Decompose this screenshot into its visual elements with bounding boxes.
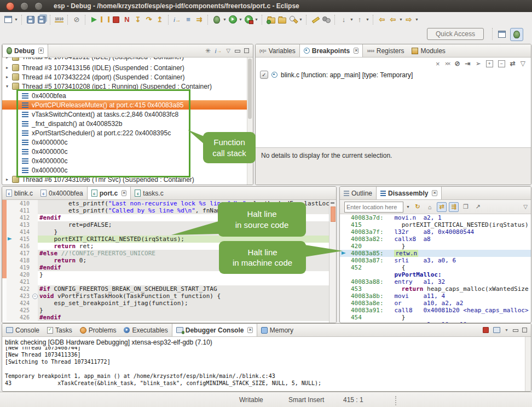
- quick-access-box[interactable]: Quick Access: [427, 28, 484, 40]
- maximize-icon[interactable]: [244, 48, 249, 53]
- save-button[interactable]: [25, 14, 36, 25]
- remove-breakpoint-icon[interactable]: ×: [436, 60, 440, 68]
- link-with-selection-icon[interactable]: ⇄: [510, 60, 516, 67]
- new-dropdown[interactable]: ▼: [14, 14, 19, 25]
- disassembly-line[interactable]: 452 {: [340, 264, 531, 271]
- minimize-icon[interactable]: [235, 48, 240, 53]
- disassembly-line[interactable]: 40083a85: retw.n: [340, 250, 531, 257]
- tab-tasks[interactable]: Tasks: [43, 324, 76, 336]
- close-icon[interactable]: ×: [247, 327, 252, 333]
- tab-memory[interactable]: Memory: [257, 324, 297, 336]
- use-step-filters-button[interactable]: ⇉: [194, 14, 205, 25]
- skip-all-breakpoints-icon[interactable]: ⊘: [455, 60, 460, 67]
- debug-scrollbar[interactable]: [247, 58, 253, 185]
- console-scrollbar[interactable]: [525, 337, 531, 391]
- view-menu-icon[interactable]: ▽: [521, 60, 525, 67]
- expander-icon[interactable]: ▸: [6, 74, 12, 79]
- source-line[interactable]: 424 esp_set_breakpoint_if_jtag(function)…: [2, 300, 329, 307]
- source-line[interactable]: 426#endif: [2, 314, 329, 321]
- disassembly-line[interactable]: pvPortMalloc:: [340, 271, 531, 278]
- tab-debug[interactable]: Debug ×: [2, 44, 48, 57]
- tab-breakpoints[interactable]: Breakpoints×: [299, 44, 363, 57]
- disassembly-line[interactable]: 40083a91: call8 0x40081b20 <heap_caps_ma…: [340, 307, 531, 314]
- tab-outline[interactable]: Outline: [340, 187, 376, 199]
- tab-0x4000bfea[interactable]: 0x4000bfea: [37, 187, 87, 199]
- pin-view-icon[interactable]: ↗: [473, 202, 483, 212]
- tab-modules[interactable]: Modules: [408, 44, 449, 57]
- close-icon[interactable]: ×: [432, 190, 437, 196]
- view-menu-icon[interactable]: ▽: [226, 48, 230, 54]
- disconnect-button[interactable]: N: [122, 14, 132, 25]
- source-line[interactable]: 421: [2, 278, 329, 285]
- new-wizard-button[interactable]: [3, 14, 14, 25]
- display-selected-console-icon[interactable]: [493, 327, 500, 333]
- view-menu-icon[interactable]: ▽: [523, 204, 531, 210]
- previous-annotation-button[interactable]: ↑: [354, 14, 365, 25]
- breakpoint-list-item[interactable]: ✓ blink.c [function: app_main] [type: Te…: [260, 71, 413, 79]
- maximize-icon[interactable]: [522, 328, 527, 333]
- overview-ruler[interactable]: [329, 200, 336, 323]
- tab-executables[interactable]: Executables: [120, 324, 171, 336]
- forward-dropdown[interactable]: ▼: [414, 14, 419, 25]
- open-element-button[interactable]: [276, 14, 287, 25]
- next-annotation-button[interactable]: ↓: [338, 14, 349, 25]
- external-tools-button[interactable]: [243, 14, 254, 25]
- stack-frame-row[interactable]: vTaskSwitchContext() at tasks.c:2,846 0x…: [2, 110, 247, 119]
- window-maximize-button[interactable]: [34, 2, 43, 10]
- remove-all-breakpoints-icon[interactable]: ××: [445, 60, 450, 67]
- next-annotation-dropdown[interactable]: ▼: [349, 14, 354, 25]
- build-binary-button[interactable]: 1010: [54, 14, 65, 25]
- external-tools-dropdown[interactable]: ▼: [254, 14, 259, 25]
- console-output[interactable]: [New Thread 1073408744][New Thread 10734…: [2, 347, 525, 391]
- step-into-button[interactable]: ↧: [132, 14, 143, 25]
- tab-tasks-c[interactable]: tasks.c: [131, 187, 167, 199]
- console-dropdown[interactable]: ▼: [505, 328, 508, 332]
- previous-annotation-dropdown[interactable]: ▼: [365, 14, 370, 25]
- disassembly-line[interactable]: 40083a8b: movi a11, 4: [340, 293, 531, 300]
- window-minimize-button[interactable]: [20, 2, 28, 10]
- disassembly-line[interactable]: or a2, a10, a10: [340, 321, 531, 323]
- instruction-stepping-mode-button[interactable]: ≡: [183, 14, 194, 25]
- debug-perspective-button[interactable]: [510, 28, 523, 41]
- expander-icon[interactable]: ▸: [6, 177, 12, 182]
- back-button[interactable]: ⇦: [388, 14, 398, 25]
- close-icon[interactable]: ×: [122, 190, 126, 196]
- resume-button[interactable]: [89, 14, 100, 25]
- expander-icon[interactable]: ▸: [6, 65, 12, 70]
- location-dropdown[interactable]: ▼: [406, 202, 410, 213]
- step-return-button[interactable]: ↥: [154, 14, 165, 25]
- show-source-toggle-icon[interactable]: ⇄: [437, 202, 447, 212]
- tab-port-c[interactable]: port.c×: [87, 187, 131, 199]
- disassembly-line[interactable]: 40083a88: entry a1, 32: [340, 278, 531, 285]
- open-perspective-button[interactable]: [496, 28, 508, 40]
- source-line[interactable]: 425}: [2, 307, 329, 314]
- location-input[interactable]: [344, 202, 403, 213]
- thread-row[interactable]: ▸Thread #3 1073413156 (IDLE) (Suspended …: [2, 63, 247, 72]
- search-button[interactable]: [287, 14, 298, 25]
- new-cpp-project-button[interactable]: [265, 14, 276, 25]
- stack-frame-row[interactable]: 0x4000000c: [2, 165, 247, 175]
- run-button[interactable]: [227, 14, 238, 25]
- tab-blink-c[interactable]: blink.c: [2, 187, 37, 199]
- expand-all-icon[interactable]: [486, 60, 493, 67]
- disassembly-line[interactable]: 40083a8e: or a10, a2, a2: [340, 300, 531, 307]
- tab-console[interactable]: Console: [2, 324, 43, 336]
- tab-registers[interactable]: Registers: [363, 44, 408, 57]
- collapse-all-icon[interactable]: [498, 60, 505, 67]
- forward-button[interactable]: ⇨: [403, 14, 414, 25]
- debug-dropdown[interactable]: ▼: [222, 14, 227, 25]
- window-close-button[interactable]: [6, 2, 14, 10]
- thread-row[interactable]: ▾Thread #5 1073410208 (ipc1 : Running) (…: [2, 82, 247, 91]
- save-all-button[interactable]: [36, 14, 47, 25]
- search-dropdown[interactable]: ▼: [298, 14, 303, 25]
- tab-variables[interactable]: Variables: [256, 44, 299, 57]
- terminate-console-icon[interactable]: [483, 327, 489, 333]
- link-with-debug-icon[interactable]: ➢: [476, 60, 481, 67]
- expander-icon[interactable]: ▾: [6, 84, 12, 89]
- disassembly-line[interactable]: 415 portEXIT_CRITICAL_NESTED(irqStatus): [340, 221, 531, 228]
- disassembly-line[interactable]: 40083a7d: movi.n a2, 1: [340, 214, 531, 221]
- disassembly-line[interactable]: 40083a87: srli a3, a0, 6: [340, 257, 531, 264]
- tab-debugger-console[interactable]: Debugger Console×: [172, 324, 257, 336]
- fold-marker-icon[interactable]: [32, 293, 38, 300]
- terminate-button[interactable]: [111, 14, 122, 25]
